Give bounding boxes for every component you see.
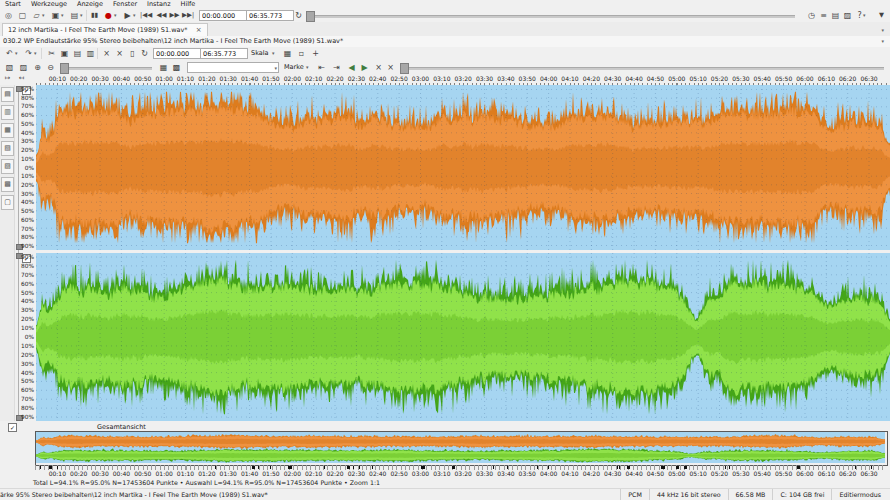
marker-next-icon[interactable]: ⇥ <box>331 62 342 73</box>
marker-prev-icon[interactable]: ⇤ <box>316 62 327 73</box>
overview-marker[interactable] <box>725 466 726 469</box>
overview-marker[interactable] <box>359 466 360 469</box>
overview-marker[interactable] <box>57 466 58 469</box>
skip-start-button[interactable]: |◀◀ <box>140 10 152 21</box>
copy-icon[interactable]: ▣ <box>59 48 70 59</box>
overview-marker[interactable] <box>684 466 687 469</box>
overview-marker[interactable] <box>797 466 800 469</box>
clipboard-tool-1-icon[interactable]: ▤ <box>1 87 14 102</box>
redo-dropdown-icon[interactable]: ▾ <box>34 50 37 56</box>
overview-marker[interactable] <box>619 466 620 469</box>
overview-marker[interactable] <box>258 466 259 469</box>
play-dropdown-icon[interactable]: ▾ <box>133 12 136 18</box>
marke-dropdown-icon[interactable]: ▾ <box>306 64 309 70</box>
clipboard-tool-2-icon[interactable]: ▥ <box>1 105 14 120</box>
clipboard-tool-5-icon[interactable]: ▨ <box>1 159 14 174</box>
overview-marker[interactable] <box>617 466 618 469</box>
pin-toolbar-icon[interactable]: ▼ <box>876 10 887 21</box>
menu-werkzeuge[interactable]: Werkzeuge <box>26 0 72 9</box>
paste-mix-icon[interactable]: ▥ <box>85 48 96 59</box>
skala-dropdown[interactable]: Skala <box>251 47 269 59</box>
play-to-cursor-icon[interactable]: ◀ <box>346 62 357 73</box>
volume-slider-handle[interactable] <box>306 11 315 22</box>
overview-marker[interactable] <box>729 466 730 469</box>
help-dropdown-icon[interactable]: ▾ <box>863 12 866 18</box>
zoom-slider-track[interactable] <box>60 67 152 70</box>
overview-marker[interactable] <box>507 466 508 469</box>
fx-b-icon[interactable]: × <box>385 62 396 73</box>
overview-marker[interactable] <box>421 466 424 469</box>
paste-icon[interactable]: ▤ <box>72 48 83 59</box>
save-icon[interactable]: ▣ <box>50 10 61 21</box>
preset-combobox[interactable]: ▾ <box>187 62 279 73</box>
overview-marker[interactable] <box>452 466 455 469</box>
zoom-slider-handle[interactable] <box>60 63 69 74</box>
clock-icon[interactable]: ◷ <box>806 10 817 21</box>
save-dropdown-icon[interactable]: ▾ <box>61 12 64 18</box>
menu-start[interactable]: Start <box>0 0 26 9</box>
overview-marker[interactable] <box>347 466 350 469</box>
record-dropdown-icon[interactable]: ▾ <box>114 12 117 18</box>
transport-time-total[interactable] <box>246 10 294 21</box>
loop-start-icon[interactable]: ↦ <box>2 73 13 84</box>
undo-dropdown-icon[interactable]: ▾ <box>15 50 18 56</box>
overview-marker[interactable] <box>537 466 538 469</box>
overview-marker[interactable] <box>372 466 373 469</box>
session-icon[interactable]: ▨ <box>842 10 853 21</box>
clipboard-tool-7-icon[interactable]: ▢ <box>1 195 14 210</box>
overview-marker[interactable] <box>215 466 216 469</box>
trash-icon[interactable]: ▯ <box>127 48 138 59</box>
overview-marker[interactable] <box>289 466 292 469</box>
play-button[interactable]: ▶ <box>122 10 133 21</box>
selection-end-field[interactable] <box>200 48 248 59</box>
skala-dropdown-icon[interactable]: ▾ <box>272 50 275 56</box>
loop-end-icon[interactable]: ↤ <box>16 73 27 84</box>
document-dropdown-icon[interactable]: ▾ <box>881 38 884 44</box>
export-icon[interactable]: ▤ <box>69 10 80 21</box>
overview-marker[interactable] <box>252 466 255 469</box>
menu-hilfe[interactable]: Hilfe <box>176 0 201 9</box>
forward-button[interactable]: ▶▶ <box>169 10 180 21</box>
zoom-in-icon[interactable]: ⊕ <box>32 62 43 73</box>
overview-marker[interactable] <box>627 466 630 469</box>
volume-slider-track[interactable] <box>306 15 795 18</box>
transport-time-current[interactable] <box>199 10 247 21</box>
marke-dropdown[interactable]: Marke <box>284 61 304 73</box>
redo-icon[interactable]: ↷ <box>23 48 34 59</box>
cut-icon[interactable]: ✂ <box>46 48 57 59</box>
preset-combobox-dropdown-icon[interactable]: ▾ <box>274 65 277 71</box>
waveform-canvas[interactable] <box>36 85 890 421</box>
menu-anzeige[interactable]: Anzeige <box>72 0 108 9</box>
move-cross-icon[interactable]: + <box>310 48 321 59</box>
overview-marker[interactable] <box>855 466 856 469</box>
overview-enable-checkbox[interactable]: ✓ <box>8 423 17 432</box>
overview-marker[interactable] <box>288 466 289 469</box>
delete-selection-icon[interactable]: × <box>101 48 112 59</box>
loop-selection-icon[interactable]: ↻ <box>139 48 150 59</box>
scrub-slider-track[interactable] <box>400 67 884 70</box>
crop-selection-icon[interactable]: × <box>114 48 125 59</box>
new-file-icon[interactable]: ▢ <box>17 10 28 21</box>
overview-marker[interactable] <box>548 466 549 469</box>
tab-list-dropdown-icon[interactable]: ▾ <box>881 27 884 33</box>
overview-marker[interactable] <box>661 466 664 469</box>
zoom-document-icon[interactable]: ▧ <box>4 62 15 73</box>
scrub-slider-handle[interactable] <box>400 63 409 74</box>
menu-fenster[interactable]: Fenster <box>108 0 142 9</box>
pause-icon[interactable]: ▮▮ <box>89 10 100 21</box>
clipboard-tool-4-icon[interactable]: ▧ <box>1 141 14 156</box>
overview-marker[interactable] <box>270 466 271 469</box>
selection-start-field[interactable] <box>153 48 201 59</box>
record-button[interactable]: ● <box>103 10 114 21</box>
overview-marker[interactable] <box>353 466 354 469</box>
overview-marker[interactable] <box>324 466 325 469</box>
fx-a-icon[interactable]: × <box>373 62 384 73</box>
overview-waveform[interactable] <box>35 431 888 466</box>
overview-marker[interactable] <box>676 466 679 469</box>
clipboard-tool-6-icon[interactable]: ▩ <box>1 177 14 192</box>
overview-marker[interactable] <box>40 466 41 469</box>
tab-close-icon[interactable]: × <box>196 26 202 34</box>
overview-marker[interactable] <box>871 466 872 469</box>
overview-marker[interactable] <box>49 466 52 469</box>
open-dropdown-icon[interactable]: ▾ <box>42 12 45 18</box>
